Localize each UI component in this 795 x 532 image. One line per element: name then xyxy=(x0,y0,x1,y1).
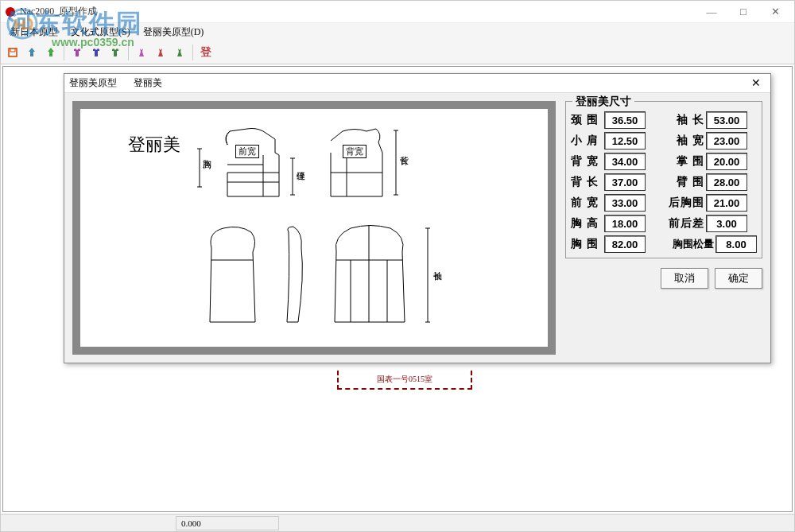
statusbar: 0.000 xyxy=(1,514,794,531)
prototype-dialog: 登丽美原型 登丽美 ✕ 登丽美 前宽 胸高 侄缝 背宽 背长 xyxy=(64,73,771,363)
dialog-title: 登丽美原型 登丽美 xyxy=(69,76,747,90)
dialog-buttons: 取消 确定 xyxy=(565,268,762,289)
fieldset-legend: 登丽美尺寸 xyxy=(572,95,634,109)
sleeve-length-bracket xyxy=(424,227,432,324)
label-palm: 掌 围 xyxy=(666,154,704,169)
toolbar-icon-2[interactable] xyxy=(23,44,41,61)
dialog-title-a: 登丽美原型 xyxy=(69,77,117,88)
toolbar-dress-icon-1[interactable] xyxy=(133,44,150,61)
menubar: 新日本原型 文化式原型(S) 登丽美原型(D) xyxy=(1,23,794,41)
label-back-w: 背宽 xyxy=(571,154,603,169)
back-width-label: 背宽 xyxy=(343,145,366,158)
toolbar-separator xyxy=(192,45,193,60)
toolbar: 登 xyxy=(1,41,794,64)
dialog-close-button[interactable]: ✕ xyxy=(747,76,766,91)
maximize-button[interactable]: □ xyxy=(727,2,759,21)
diagram-panel: 登丽美 前宽 胸高 侄缝 背宽 背长 xyxy=(72,101,556,355)
label-sleeve-w: 袖 宽 xyxy=(666,134,704,148)
status-value: 0.000 xyxy=(176,516,279,530)
input-fb-diff[interactable] xyxy=(706,215,747,232)
toolbar-dress-icon-2[interactable] xyxy=(152,44,169,61)
input-bust-ease[interactable] xyxy=(716,235,757,253)
toolbar-shirt-icon-2[interactable] xyxy=(87,44,105,61)
back-length-bracket xyxy=(392,129,400,196)
label-front-w: 前宽 xyxy=(571,196,603,210)
input-palm[interactable] xyxy=(706,153,747,170)
menu-item-0[interactable]: 新日本原型 xyxy=(6,24,63,41)
dialog-titlebar: 登丽美原型 登丽美 ✕ xyxy=(64,74,770,93)
label-fb-diff: 前后差 xyxy=(666,216,704,231)
input-neck[interactable] xyxy=(604,111,646,129)
input-sleeve-w[interactable] xyxy=(706,132,747,150)
label-neck: 颈围 xyxy=(571,113,603,127)
toolbar-shirt-icon-1[interactable] xyxy=(68,44,86,61)
size-fieldset: 登丽美尺寸 颈围 袖 长 小肩 袖 宽 背宽 掌 围 背长 臂 围 前宽 后胸围… xyxy=(565,101,762,258)
input-arm[interactable] xyxy=(706,173,747,191)
label-bust: 胸围 xyxy=(571,237,603,251)
seam-bracket xyxy=(289,157,297,196)
sleeve-piece-3 xyxy=(327,220,414,332)
ok-button[interactable]: 确定 xyxy=(715,268,762,289)
input-sleeve-len[interactable] xyxy=(706,111,747,129)
front-width-label: 前宽 xyxy=(235,145,259,158)
app-icon xyxy=(4,6,17,18)
label-bust-ease: 胸围松量 xyxy=(666,237,714,251)
menu-item-2[interactable]: 登丽美原型(D) xyxy=(138,24,209,41)
toolbar-shirt-icon-3[interactable] xyxy=(107,44,124,61)
label-bust-h: 胸高 xyxy=(571,216,603,231)
toolbar-icon-1[interactable] xyxy=(4,44,21,61)
minimize-button[interactable]: — xyxy=(696,2,727,21)
label-back-l: 背长 xyxy=(571,175,603,189)
sleeve-piece-2 xyxy=(279,220,319,332)
input-bust[interactable] xyxy=(604,235,646,253)
input-back-w[interactable] xyxy=(604,153,646,170)
input-back-l[interactable] xyxy=(604,173,646,191)
diagram-title: 登丽美 xyxy=(128,133,180,157)
window-controls: — □ ✕ xyxy=(696,2,791,21)
window-title: Nac2000_原型作成 xyxy=(17,5,696,18)
size-panel: 登丽美尺寸 颈围 袖 长 小肩 袖 宽 背宽 掌 围 背长 臂 围 前宽 后胸围… xyxy=(565,101,762,355)
back-bodice-shape xyxy=(319,125,390,204)
sleeve-piece-1 xyxy=(196,220,267,332)
background-stamp: 国表一号0515室 xyxy=(337,371,472,390)
toolbar-icon-3[interactable] xyxy=(42,44,60,61)
toolbar-dress-icon-3[interactable] xyxy=(171,44,188,61)
cancel-button[interactable]: 取消 xyxy=(661,268,708,289)
toolbar-separator xyxy=(64,45,64,60)
dialog-title-b: 登丽美 xyxy=(134,77,162,88)
titlebar: Nac2000_原型作成 — □ ✕ xyxy=(1,1,794,23)
close-button[interactable]: ✕ xyxy=(759,2,791,21)
input-bust-h[interactable] xyxy=(604,215,646,232)
label-arm: 臂 围 xyxy=(666,175,704,189)
bust-height-bracket xyxy=(196,147,204,188)
label-back-bust: 后胸围 xyxy=(666,196,704,210)
input-front-w[interactable] xyxy=(604,194,646,212)
menu-item-1[interactable]: 文化式原型(S) xyxy=(66,24,135,41)
input-back-bust[interactable] xyxy=(706,194,747,212)
label-shoulder: 小肩 xyxy=(571,134,603,148)
svg-point-0 xyxy=(6,7,15,17)
front-bodice-shape xyxy=(215,125,287,204)
dialog-body: 登丽美 前宽 胸高 侄缝 背宽 背长 xyxy=(64,93,770,363)
toolbar-separator xyxy=(128,45,129,60)
toolbar-text-icon[interactable]: 登 xyxy=(197,44,215,61)
label-sleeve-len: 袖 长 xyxy=(666,113,704,127)
input-shoulder[interactable] xyxy=(604,132,646,150)
